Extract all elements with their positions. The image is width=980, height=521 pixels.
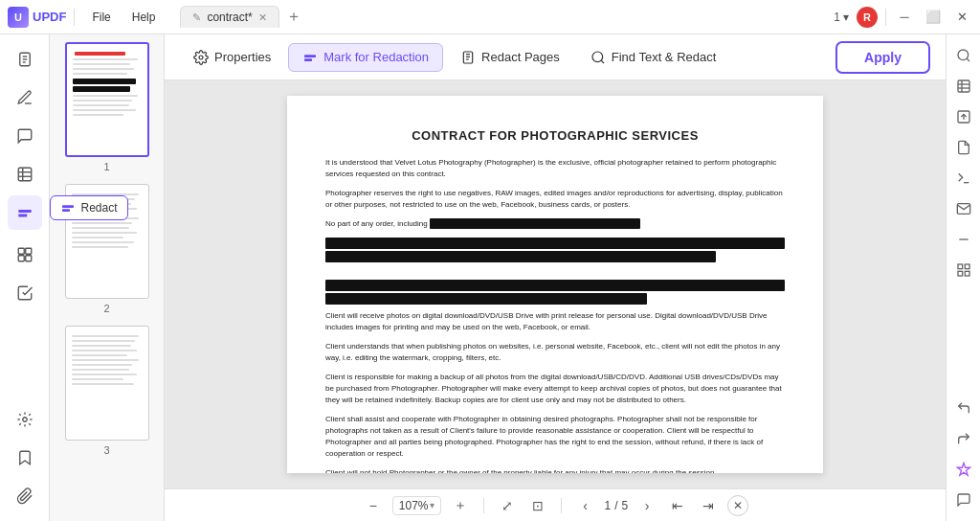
content-area: Properties Mark for Redaction Redact Pag… (165, 34, 946, 521)
properties-button[interactable]: Properties (180, 44, 284, 71)
svg-rect-4 (18, 168, 32, 181)
right-icon-file[interactable] (950, 134, 977, 161)
sidebar-item-ai[interactable] (8, 402, 42, 437)
first-page-button[interactable]: ⇤ (666, 494, 689, 517)
mark-for-redaction-label: Mark for Redaction (323, 50, 429, 64)
svg-line-27 (967, 58, 969, 61)
next-page-button[interactable]: › (635, 494, 658, 517)
find-text-redact-label: Find Text & Redact (612, 50, 717, 64)
tab-icon: ✎ (192, 11, 201, 24)
page-separator: / (614, 499, 617, 512)
divider-bar (483, 498, 484, 513)
menu-file[interactable]: File (82, 8, 120, 27)
properties-label: Properties (214, 50, 271, 64)
new-tab-button[interactable]: ＋ (283, 7, 304, 28)
svg-rect-15 (25, 256, 31, 261)
svg-rect-39 (965, 271, 969, 276)
sidebar-item-comment[interactable] (8, 119, 42, 153)
fit-width-button[interactable]: ⤢ (496, 494, 519, 517)
right-icon-minus[interactable] (950, 226, 977, 253)
svg-rect-37 (965, 264, 969, 269)
user-count: 1 (834, 11, 840, 24)
menu-help[interactable]: Help (122, 8, 166, 27)
logo-text: UPDF (33, 10, 66, 24)
svg-rect-28 (958, 80, 969, 92)
user-avatar[interactable]: R (857, 7, 878, 28)
right-icon-share[interactable] (950, 165, 977, 192)
document-title: CONTRACT FOR PHOTOGRAPHIC SERVICES (325, 126, 785, 146)
redact-section-2 (325, 280, 785, 305)
fit-page-button[interactable]: ⊡ (526, 494, 549, 517)
minimize-button[interactable]: ─ (894, 7, 915, 28)
redact-tooltip-text: Redact (81, 201, 118, 215)
sidebar-redact-container: Redact (8, 195, 42, 230)
right-icon-upload[interactable] (950, 103, 977, 130)
svg-rect-14 (18, 256, 24, 261)
svg-rect-11 (62, 209, 70, 212)
para-3: Client understands that when publishing … (325, 341, 785, 364)
para-6: Client will not hold Photographer or the… (325, 467, 785, 474)
right-icon-search[interactable] (950, 42, 977, 69)
para-5: Client shall assist and cooperate with P… (325, 414, 785, 460)
zoom-in-button[interactable]: ＋ (449, 494, 472, 517)
thumbnail-panel: 1 2 (50, 34, 165, 521)
svg-rect-19 (304, 58, 312, 61)
list-item[interactable]: 1 (65, 42, 149, 172)
redact-section (325, 238, 785, 262)
prev-page-button[interactable]: ‹ (573, 494, 596, 517)
redact-block-2 (325, 251, 716, 262)
close-button[interactable]: ✕ (951, 7, 972, 28)
zoom-display: 107% ▾ (392, 496, 442, 515)
sidebar-item-bookmark[interactable] (8, 441, 42, 475)
sidebar-item-table[interactable] (8, 157, 42, 192)
zoom-level: 107% (399, 499, 429, 512)
right-icon-mail[interactable] (950, 195, 977, 222)
para-4: Client is responsible for making a backu… (325, 372, 785, 406)
user-initial: R (863, 11, 871, 23)
right-icon-redo[interactable] (950, 425, 977, 452)
right-icon-chat[interactable] (950, 487, 977, 513)
right-icon-ai-star[interactable] (950, 456, 977, 483)
redact-pages-button[interactable]: Redact Pages (447, 44, 573, 71)
redact-pages-label: Redact Pages (481, 50, 560, 64)
titlebar-right: 1 ▾ R ─ ⬜ ✕ (834, 7, 972, 28)
right-icon-undo[interactable] (950, 395, 977, 421)
menu-bar: File Help (82, 8, 165, 27)
page-total: 5 (622, 499, 629, 512)
apply-button[interactable]: Apply (835, 41, 930, 74)
sidebar-item-edit[interactable] (8, 80, 42, 115)
left-sidebar: Redact (0, 34, 50, 521)
svg-rect-38 (958, 271, 963, 276)
page-count: 1 ▾ (834, 11, 849, 24)
sidebar-item-pages[interactable] (8, 42, 42, 77)
divider2 (885, 9, 886, 26)
sidebar-item-redact[interactable] (8, 195, 42, 230)
bottom-bar: − 107% ▾ ＋ ⤢ ⊡ ‹ 1 / 5 › ⇤ ⇥ ✕ (165, 488, 946, 521)
main-layout: Redact (0, 34, 980, 521)
sidebar-item-form[interactable] (8, 276, 42, 310)
document-tab[interactable]: ✎ contract* ✕ (180, 6, 278, 28)
right-icon-grid[interactable] (950, 257, 977, 283)
find-text-redact-button[interactable]: Find Text & Redact (577, 44, 730, 71)
zoom-dropdown-icon[interactable]: ▾ (430, 500, 434, 510)
sidebar-item-organize[interactable] (8, 238, 42, 272)
mark-for-redaction-button[interactable]: Mark for Redaction (288, 43, 443, 72)
redact-inline-text: No part of any order, including (325, 219, 428, 228)
thumbnail-label-3: 3 (103, 444, 109, 456)
tab-close-button[interactable]: ✕ (258, 11, 267, 24)
sidebar-item-attach[interactable] (8, 479, 42, 513)
page-display: 1 / 5 (604, 499, 628, 512)
close-bar-button[interactable]: ✕ (727, 495, 748, 516)
thumbnail-label-2: 2 (103, 303, 109, 314)
thumbnail-image-3 (65, 326, 149, 441)
document-viewport: CONTRACT FOR PHOTOGRAPHIC SERVICES It is… (165, 80, 946, 488)
page-current: 1 (604, 499, 611, 512)
right-icon-table[interactable] (950, 73, 977, 100)
list-item[interactable]: 3 (65, 326, 149, 456)
last-page-button[interactable]: ⇥ (697, 494, 720, 517)
svg-point-17 (199, 56, 203, 59)
svg-point-24 (592, 52, 603, 62)
zoom-out-button[interactable]: − (362, 494, 385, 517)
maximize-button[interactable]: ⬜ (923, 7, 944, 28)
para-1: Photographer reserves the right to use n… (325, 188, 785, 211)
